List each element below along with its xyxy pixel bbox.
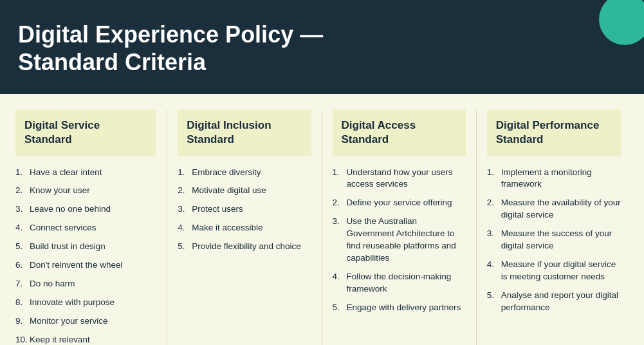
list-number: 2.: [487, 197, 501, 221]
list-item-text: Build trust in design: [30, 241, 106, 253]
list-item-text: Understand how your users access service…: [347, 167, 466, 191]
list-item-text: Keep it relevant: [30, 334, 90, 345]
list-item-text: Make it accessible: [192, 222, 262, 234]
column-header-digital-access-standard: Digital Access Standard: [333, 109, 466, 156]
column-list-digital-service-standard: 1.Have a clear intent2.Know your user3.L…: [15, 167, 156, 345]
list-item: 3.Protect users: [178, 203, 311, 216]
column-header-digital-performance-standard: Digital Performance Standard: [487, 109, 621, 156]
list-item-text: Use the Australian Government Artchitect…: [347, 216, 466, 265]
list-item: 1.Embrace diversity: [178, 167, 311, 179]
list-item-text: Motivate digital use: [192, 185, 266, 197]
standards-columns: Digital Service Standard1.Have a clear i…: [13, 109, 631, 345]
list-item: 3.Leave no one behind: [15, 203, 156, 216]
list-number: 3.: [178, 203, 192, 216]
list-number: 2.: [15, 185, 30, 197]
list-number: 1.: [333, 167, 347, 191]
list-item: 4.Follow the decision-making framework: [333, 271, 466, 295]
list-item-text: Analyse and report your digital performa…: [501, 290, 621, 314]
page-header: Digital Experience Policy — Standard Cri…: [0, 0, 644, 94]
list-item: 3.Measure the success of your digital se…: [487, 228, 621, 252]
list-item-text: Innovate with purpose: [30, 297, 115, 309]
list-item-text: Have a clear intent: [30, 167, 102, 179]
list-item: 4.Connect services: [15, 222, 156, 234]
list-number: 3.: [487, 228, 501, 252]
list-number: 5.: [15, 241, 30, 253]
list-item-text: Engage with delivery partners: [347, 302, 461, 314]
column-digital-service-standard: Digital Service Standard1.Have a clear i…: [13, 109, 167, 345]
list-number: 4.: [178, 222, 192, 234]
column-header-text-digital-service-standard: Digital Service Standard: [24, 118, 147, 147]
list-item: 2.Measure the availability of your digit…: [487, 197, 621, 221]
list-item: 5.Build trust in design: [15, 241, 156, 253]
list-item-text: Connect services: [30, 222, 97, 234]
list-item-text: Do no harm: [30, 278, 75, 290]
list-item: 2.Define your service offering: [333, 197, 466, 209]
list-item: 1.Implement a monitoring framework: [487, 167, 621, 191]
column-header-digital-service-standard: Digital Service Standard: [15, 109, 156, 156]
column-header-text-digital-access-standard: Digital Access Standard: [342, 118, 457, 147]
list-number: 4.: [15, 222, 30, 234]
list-item-text: Leave no one behind: [30, 203, 111, 216]
list-item: 5.Provide flexibility and choice: [178, 241, 311, 253]
list-item-text: Embrace diversity: [192, 167, 261, 179]
list-number: 2.: [333, 197, 347, 209]
list-item: 5.Analyse and report your digital perfor…: [487, 290, 621, 314]
list-item: 4.Make it accessible: [178, 222, 311, 234]
page-title: Digital Experience Policy — Standard Cri…: [18, 21, 404, 76]
list-number: 9.: [15, 315, 30, 328]
list-number: 5.: [333, 302, 347, 314]
list-number: 3.: [15, 203, 30, 216]
list-item-text: Measure the availability of your digital…: [501, 197, 621, 221]
list-number: 1.: [178, 167, 192, 179]
content-area: Digital Service Standard1.Have a clear i…: [0, 94, 644, 345]
list-item: 4.Measure if your digital service is mee…: [487, 259, 621, 283]
list-item: 1.Have a clear intent: [15, 167, 156, 179]
list-item: 5.Engage with delivery partners: [333, 302, 466, 314]
list-item-text: Protect users: [192, 203, 243, 216]
list-number: 7.: [15, 278, 30, 290]
list-number: 3.: [333, 216, 347, 265]
list-item: 7.Do no harm: [15, 278, 156, 290]
list-item: 1.Understand how your users access servi…: [333, 167, 466, 191]
list-item: 9.Monitor your service: [15, 315, 156, 328]
list-item: 2.Know your user: [15, 185, 156, 197]
column-list-digital-inclusion-standard: 1.Embrace diversity2.Motivate digital us…: [178, 167, 311, 253]
column-header-text-digital-inclusion-standard: Digital Inclusion Standard: [187, 118, 302, 147]
list-item: 6.Don't reinvent the wheel: [15, 259, 156, 272]
list-item-text: Provide flexibility and choice: [192, 241, 301, 253]
list-number: 1.: [15, 167, 30, 179]
list-item: 10.Keep it relevant: [15, 334, 156, 345]
list-item-text: Monitor your service: [30, 315, 108, 328]
list-number: 8.: [15, 297, 30, 309]
list-number: 4.: [333, 271, 347, 295]
list-number: 5.: [487, 290, 501, 314]
column-list-digital-access-standard: 1.Understand how your users access servi…: [333, 167, 466, 314]
list-item-text: Implement a monitoring framework: [501, 167, 621, 191]
list-item-text: Measure if your digital service is meeti…: [501, 259, 621, 283]
list-number: 6.: [15, 259, 30, 272]
list-item: 3.Use the Australian Government Artchite…: [333, 216, 466, 265]
list-number: 1.: [487, 167, 501, 191]
column-digital-performance-standard: Digital Performance Standard1.Implement …: [477, 109, 631, 345]
column-digital-access-standard: Digital Access Standard1.Understand how …: [322, 109, 477, 345]
header-decoration: [599, 0, 644, 45]
list-item-text: Measure the success of your digital serv…: [501, 228, 621, 252]
column-list-digital-performance-standard: 1.Implement a monitoring framework2.Meas…: [487, 167, 621, 314]
column-digital-inclusion-standard: Digital Inclusion Standard1.Embrace dive…: [167, 109, 322, 345]
list-item-text: Define your service offering: [347, 197, 452, 209]
list-number: 2.: [178, 185, 192, 197]
list-number: 10.: [15, 334, 30, 345]
column-header-text-digital-performance-standard: Digital Performance Standard: [496, 118, 612, 147]
list-item-text: Don't reinvent the wheel: [30, 259, 122, 272]
list-item: 8.Innovate with purpose: [15, 297, 156, 309]
list-item-text: Know your user: [30, 185, 90, 197]
list-item: 2.Motivate digital use: [178, 185, 311, 197]
list-number: 4.: [487, 259, 501, 283]
list-number: 5.: [178, 241, 192, 253]
column-header-digital-inclusion-standard: Digital Inclusion Standard: [178, 109, 311, 156]
list-item-text: Follow the decision-making framework: [347, 271, 466, 295]
